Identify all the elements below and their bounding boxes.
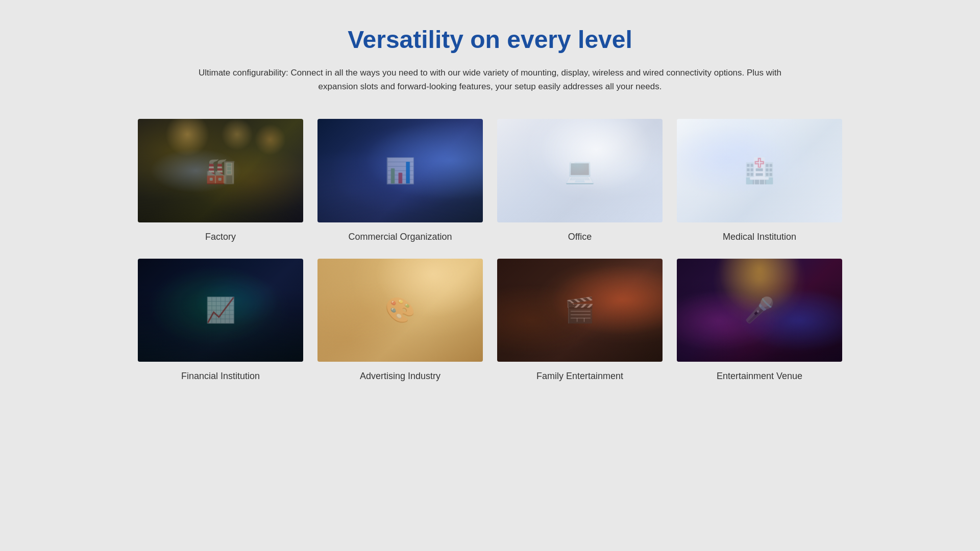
family-image	[497, 259, 663, 362]
office-label: Office	[568, 232, 592, 242]
grid-item-financial: Financial Institution	[138, 259, 303, 382]
financial-label: Financial Institution	[181, 371, 260, 382]
financial-image	[138, 259, 303, 362]
medical-image	[677, 119, 842, 222]
page-subtitle: Ultimate configurability: Connect in all…	[184, 66, 796, 93]
entertainment-label: Entertainment Venue	[717, 371, 802, 382]
commercial-image	[317, 119, 483, 222]
grid-item-entertainment: Entertainment Venue	[677, 259, 842, 382]
office-image	[497, 119, 663, 222]
commercial-label: Commercial Organization	[348, 232, 452, 242]
family-label: Family Entertainment	[536, 371, 623, 382]
grid-item-advertising: Advertising Industry	[317, 259, 483, 382]
advertising-image	[317, 259, 483, 362]
advertising-label: Advertising Industry	[360, 371, 440, 382]
grid-item-factory: Factory	[138, 119, 303, 242]
factory-image	[138, 119, 303, 222]
medical-label: Medical Institution	[723, 232, 796, 242]
factory-label: Factory	[205, 232, 236, 242]
page-title: Versatility on every level	[348, 26, 632, 54]
grid-item-medical: Medical Institution	[677, 119, 842, 242]
grid-item-commercial: Commercial Organization	[317, 119, 483, 242]
use-case-grid: Factory Commercial Organization Office M…	[138, 119, 842, 382]
entertainment-image	[677, 259, 842, 362]
grid-item-family: Family Entertainment	[497, 259, 663, 382]
grid-item-office: Office	[497, 119, 663, 242]
